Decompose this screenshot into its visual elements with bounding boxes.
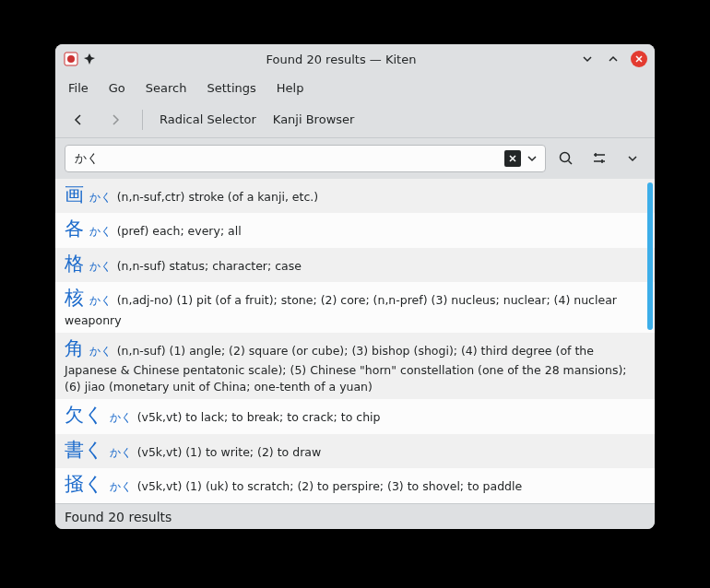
searchbar bbox=[55, 138, 655, 179]
result-row[interactable]: 掻く かく (v5k,vt) (1) (uk) to scratch; (2) … bbox=[55, 468, 655, 502]
result-definition: (v5k,vt) (1) (uk) to scratch; (2) to per… bbox=[137, 479, 523, 493]
menu-search[interactable]: Search bbox=[146, 81, 187, 95]
menu-go[interactable]: Go bbox=[109, 81, 125, 95]
svg-point-2 bbox=[561, 153, 570, 162]
back-button[interactable] bbox=[68, 110, 89, 130]
close-button[interactable] bbox=[631, 51, 647, 67]
toolbar-divider bbox=[142, 110, 143, 130]
search-history-dropdown[interactable] bbox=[525, 153, 539, 164]
result-kanji[interactable]: 核 bbox=[65, 287, 84, 309]
svg-point-1 bbox=[67, 55, 75, 63]
app-icon bbox=[63, 51, 79, 67]
app-window: Found 20 results — Kiten File Go Search … bbox=[55, 44, 655, 529]
result-definition: (n,n-suf) status; character; case bbox=[117, 259, 302, 273]
result-kanji[interactable]: 画 bbox=[65, 183, 84, 206]
menubar: File Go Search Settings Help bbox=[55, 74, 655, 101]
toolbar: Radical Selector Kanji Browser bbox=[55, 101, 655, 138]
radical-selector-button[interactable]: Radical Selector bbox=[160, 112, 256, 126]
titlebar: Found 20 results — Kiten bbox=[55, 44, 655, 74]
search-input[interactable] bbox=[75, 152, 504, 166]
kanji-browser-button[interactable]: Kanji Browser bbox=[273, 112, 355, 126]
minimize-button[interactable] bbox=[579, 51, 596, 67]
menu-file[interactable]: File bbox=[68, 81, 89, 95]
window-controls bbox=[579, 51, 647, 67]
forward-button[interactable] bbox=[105, 110, 125, 130]
result-definition: (v5k,vt) (1) to write; (2) to draw bbox=[137, 445, 322, 459]
pin-icon[interactable] bbox=[83, 53, 96, 65]
result-definition: (pref) each; every; all bbox=[117, 224, 242, 238]
result-reading[interactable]: かく bbox=[106, 446, 136, 459]
result-definition: (n,adj-no) (1) pit (of a fruit); stone; … bbox=[65, 293, 617, 326]
menu-help[interactable]: Help bbox=[277, 81, 304, 95]
menu-settings[interactable]: Settings bbox=[207, 81, 255, 95]
result-kanji[interactable]: 格 bbox=[65, 253, 84, 275]
result-reading[interactable]: かく bbox=[86, 260, 115, 273]
clear-search-icon[interactable] bbox=[504, 150, 521, 167]
result-reading[interactable]: かく bbox=[106, 480, 136, 493]
statusbar: Found 20 results bbox=[55, 503, 655, 529]
result-row[interactable]: 書く かく (v5k,vt) (1) to write; (2) to draw bbox=[55, 434, 655, 468]
result-row[interactable]: 各 かく (pref) each; every; all bbox=[55, 213, 655, 247]
result-reading[interactable]: かく bbox=[86, 345, 115, 358]
filter-button[interactable] bbox=[586, 146, 612, 171]
result-definition: (n,n-suf) (1) angle; (2) square (or cube… bbox=[65, 344, 627, 394]
search-field-wrap bbox=[65, 145, 546, 172]
options-dropdown[interactable] bbox=[620, 146, 645, 171]
maximize-button[interactable] bbox=[605, 51, 621, 67]
result-kanji[interactable]: 欠く bbox=[65, 404, 104, 426]
result-reading[interactable]: かく bbox=[86, 294, 115, 307]
window-title: Found 20 results — Kiten bbox=[103, 53, 579, 66]
results-list[interactable]: 画 かく (n,n-suf,ctr) stroke (of a kanji, e… bbox=[55, 179, 655, 503]
scrollbar-thumb[interactable] bbox=[647, 182, 653, 330]
result-kanji[interactable]: 掻く bbox=[65, 473, 104, 495]
result-row[interactable]: 角 かく (n,n-suf) (1) angle; (2) square (or… bbox=[55, 333, 655, 399]
search-button[interactable] bbox=[553, 146, 579, 171]
result-reading[interactable]: かく bbox=[86, 225, 115, 238]
result-kanji[interactable]: 書く bbox=[65, 439, 104, 461]
result-kanji[interactable]: 各 bbox=[65, 218, 84, 240]
status-text: Found 20 results bbox=[65, 510, 172, 524]
result-definition: (v5k,vt) to lack; to break; to crack; to… bbox=[137, 410, 381, 424]
result-row[interactable]: 欠く かく (v5k,vt) to lack; to break; to cra… bbox=[55, 399, 655, 433]
result-row[interactable]: 核 かく (n,adj-no) (1) pit (of a fruit); st… bbox=[55, 282, 655, 333]
result-reading[interactable]: かく bbox=[86, 191, 115, 204]
result-definition: (n,n-suf,ctr) stroke (of a kanji, etc.) bbox=[117, 190, 319, 204]
result-row[interactable]: 格 かく (n,n-suf) status; character; case bbox=[55, 248, 655, 282]
result-kanji[interactable]: 角 bbox=[65, 337, 84, 359]
result-reading[interactable]: かく bbox=[106, 411, 136, 424]
result-row[interactable]: 画 かく (n,n-suf,ctr) stroke (of a kanji, e… bbox=[55, 179, 655, 213]
